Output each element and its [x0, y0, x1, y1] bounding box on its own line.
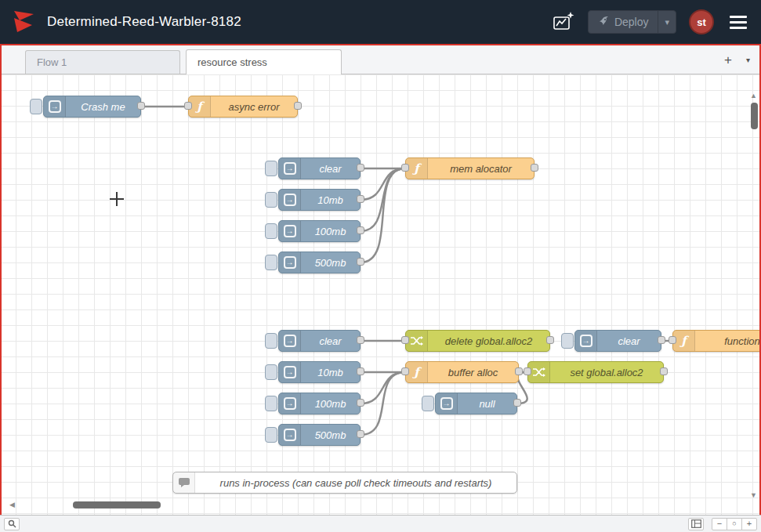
node-inject-clear-right[interactable]: → clear [561, 330, 661, 352]
inject-button[interactable] [422, 396, 434, 411]
node-label: delete global.alloc2 [428, 331, 549, 351]
inject-button[interactable] [265, 192, 277, 208]
zoom-reset-button[interactable]: ○ [727, 518, 742, 530]
search-button[interactable] [4, 518, 20, 530]
workspace-canvas[interactable] [0, 74, 761, 515]
inject-button[interactable] [265, 427, 277, 443]
output-port[interactable] [294, 102, 302, 110]
node-label: buffer alloc [428, 362, 518, 382]
output-port[interactable] [357, 430, 364, 438]
node-label: clear [597, 331, 661, 351]
node-change-delete-global-alloc2[interactable]: delete global.alloc2 [405, 330, 550, 352]
inject-button[interactable] [265, 255, 277, 270]
node-inject-10mb-bottom[interactable]: → 10mb [265, 361, 361, 383]
footer-toolbar: − ○ + [0, 515, 761, 532]
node-inject-10mb-top[interactable]: → 10mb [265, 189, 361, 211]
node-function-async-error[interactable]: ƒ async error [188, 96, 298, 118]
menu-icon[interactable] [727, 13, 750, 32]
node-comment[interactable]: runs in-process (can cause poll check ti… [172, 472, 517, 494]
header: Determined-Reed-Warbler-8182 Deploy ▾ [0, 0, 761, 44]
node-inject-crash-me[interactable]: → Crash me [30, 96, 141, 118]
inject-icon: → [279, 190, 301, 210]
node-inject-clear-top[interactable]: → clear [265, 157, 361, 179]
zoom-out-button[interactable]: − [712, 518, 727, 530]
tab-bar: Flow 1 resource stress + ▾ [0, 45, 761, 74]
output-port[interactable] [357, 399, 364, 407]
node-inject-100mb-top[interactable]: → 100mb [265, 220, 361, 242]
inject-icon: → [575, 331, 597, 351]
flowfuse-logo-icon[interactable] [11, 9, 36, 34]
arrow-right-icon: → [284, 256, 296, 269]
arrow-right-icon: → [284, 162, 296, 175]
arrow-right-icon: → [580, 335, 592, 347]
output-port[interactable] [357, 226, 364, 234]
node-function-buffer-alloc[interactable]: ƒ buffer alloc [405, 361, 519, 383]
inject-icon: → [279, 425, 301, 445]
avatar[interactable]: st [689, 9, 714, 34]
node-inject-clear-bottom[interactable]: → clear [265, 330, 361, 352]
inject-button[interactable] [265, 223, 277, 239]
flow-list-caret-icon[interactable]: ▾ [746, 56, 750, 64]
map-icon [691, 519, 701, 528]
inject-icon: → [279, 393, 301, 414]
function-icon: ƒ [189, 96, 211, 117]
change-icon [528, 362, 550, 382]
scroll-down-arrow[interactable]: ▼ [750, 492, 757, 499]
output-port[interactable] [660, 367, 668, 375]
horizontal-scrollbar-thumb[interactable] [73, 501, 161, 508]
inject-button[interactable] [561, 333, 574, 349]
output-port[interactable] [515, 367, 523, 375]
inject-button[interactable] [30, 99, 42, 114]
node-label: 10mb [301, 362, 360, 382]
flow-chart-sparkle-icon[interactable] [552, 10, 575, 34]
deploy-caret-icon[interactable]: ▾ [658, 11, 676, 33]
input-port[interactable] [184, 102, 192, 110]
node-function-right[interactable]: ƒ function [672, 330, 761, 352]
tab-label: resource stress [197, 56, 267, 68]
node-function-mem-alocator[interactable]: ƒ mem alocator [405, 157, 535, 179]
tab-label: Flow 1 [37, 56, 67, 68]
inject-button[interactable] [265, 364, 277, 380]
navigator-toggle-button[interactable] [688, 518, 704, 530]
zoom-controls: − ○ + [712, 518, 757, 530]
inject-button[interactable] [265, 161, 277, 176]
inject-button[interactable] [265, 333, 277, 349]
tab-actions: + ▾ [713, 45, 761, 74]
node-inject-500mb-top[interactable]: → 500mb [265, 252, 361, 273]
node-inject-100mb-bottom[interactable]: → 100mb [265, 393, 361, 414]
output-port[interactable] [531, 164, 538, 172]
comment-text: runs in-process (can cause poll check ti… [195, 472, 516, 493]
input-port[interactable] [401, 336, 409, 344]
vertical-scrollbar-thumb[interactable] [751, 103, 758, 129]
node-inject-500mb-bottom[interactable]: → 500mb [265, 424, 361, 446]
input-port[interactable] [669, 336, 676, 344]
inject-icon: → [279, 158, 301, 179]
inject-button[interactable] [265, 396, 277, 411]
node-change-set-global-alloc2[interactable]: set global.alloc2 [527, 361, 664, 383]
output-port[interactable] [357, 164, 364, 172]
node-inject-null[interactable]: → null [422, 393, 517, 414]
arrow-right-icon: → [440, 397, 453, 410]
output-port[interactable] [357, 195, 364, 203]
tab-resource-stress[interactable]: resource stress [186, 49, 342, 74]
output-port[interactable] [513, 399, 521, 407]
output-port[interactable] [357, 258, 364, 266]
output-port[interactable] [357, 336, 364, 344]
change-icon [406, 331, 428, 351]
output-port[interactable] [137, 102, 145, 110]
node-red-editor: Determined-Reed-Warbler-8182 Deploy ▾ [0, 0, 761, 532]
scroll-left-arrow[interactable]: ◀ [9, 501, 15, 508]
deploy-label: Deploy [614, 16, 649, 28]
output-port[interactable] [357, 367, 364, 375]
output-port[interactable] [546, 336, 554, 344]
function-icon: ƒ [673, 331, 695, 351]
input-port[interactable] [401, 164, 409, 172]
scroll-up-arrow[interactable]: ▲ [750, 92, 757, 100]
deploy-button[interactable]: Deploy ▾ [588, 10, 676, 34]
add-flow-button[interactable]: + [724, 53, 732, 67]
tab-flow1[interactable]: Flow 1 [25, 50, 180, 74]
zoom-in-button[interactable]: + [741, 518, 757, 530]
input-port[interactable] [401, 367, 409, 375]
input-port[interactable] [524, 367, 531, 375]
output-port[interactable] [658, 336, 665, 344]
